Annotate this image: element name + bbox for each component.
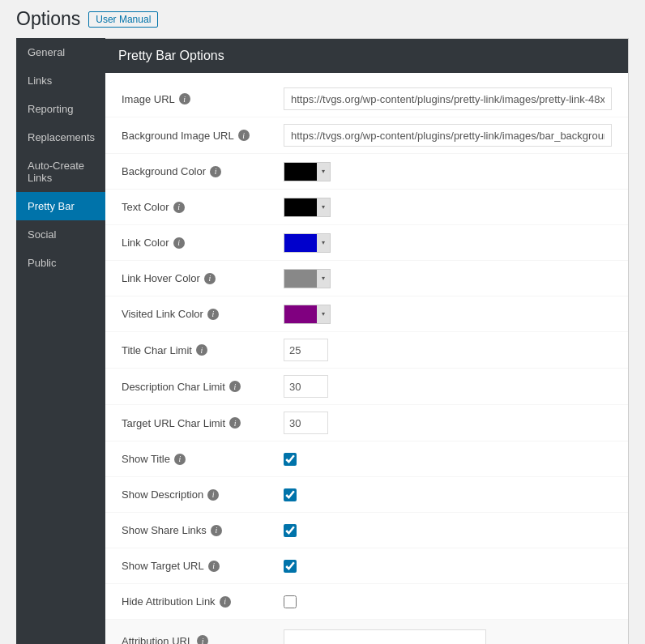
description-char-limit-input[interactable] <box>284 375 328 398</box>
description-char-limit-control <box>284 375 612 398</box>
show-target-url-row: Show Target URL i <box>105 548 628 584</box>
link-color-picker[interactable]: ▾ <box>284 233 331 253</box>
background-image-url-control <box>284 124 612 147</box>
visited-link-color-dropdown-arrow: ▾ <box>317 305 330 323</box>
show-share-links-checkbox[interactable] <box>284 524 297 537</box>
sidebar-item-social[interactable]: Social <box>16 220 105 249</box>
sidebar-item-replacements[interactable]: Replacements <box>16 123 105 151</box>
show-title-row: Show Title i <box>105 441 628 477</box>
visited-link-color-info-icon[interactable]: i <box>207 309 219 320</box>
show-target-url-info-icon[interactable]: i <box>208 561 220 572</box>
sidebar-item-pretty-bar[interactable]: Pretty Bar <box>16 192 105 220</box>
visited-link-color-control: ▾ <box>284 305 612 324</box>
attribution-url-label: Attribution URL i <box>122 635 284 645</box>
link-color-row: Link Color i ▾ <box>105 225 628 261</box>
visited-link-color-row: Visited Link Color i ▾ <box>105 296 628 332</box>
show-description-control <box>284 488 612 501</box>
description-char-limit-row: Description Char Limit i <box>105 369 628 405</box>
link-color-control: ▾ <box>284 233 612 253</box>
hide-attribution-link-row: Hide Attribution Link i <box>105 584 628 620</box>
link-hover-color-swatch <box>284 270 317 288</box>
background-image-url-row: Background Image URL i <box>105 117 628 154</box>
background-color-row: Background Color i ▾ <box>105 154 628 190</box>
sidebar-item-reporting[interactable]: Reporting <box>16 95 105 123</box>
link-color-swatch <box>284 234 317 252</box>
link-hover-color-info-icon[interactable]: i <box>204 273 216 284</box>
visited-link-color-label: Visited Link Color i <box>122 308 284 320</box>
image-url-info-icon[interactable]: i <box>179 93 190 104</box>
link-hover-color-dropdown-arrow: ▾ <box>317 270 330 288</box>
background-color-control: ▾ <box>284 162 612 181</box>
show-target-url-checkbox[interactable] <box>284 560 297 573</box>
background-color-label: Background Color i <box>122 165 284 177</box>
background-image-url-info-icon[interactable]: i <box>238 130 250 141</box>
link-color-label: Link Color i <box>122 237 284 249</box>
title-char-limit-control <box>284 339 612 361</box>
visited-link-color-swatch <box>284 305 317 323</box>
section-header: Pretty Bar Options <box>105 39 628 73</box>
show-share-links-control <box>284 524 612 537</box>
background-image-url-label: Background Image URL i <box>122 130 284 142</box>
user-manual-button[interactable]: User Manual <box>88 11 158 28</box>
title-char-limit-label: Title Char Limit i <box>122 344 284 356</box>
attribution-url-input[interactable] <box>284 629 486 644</box>
main-content: Pretty Bar Options Image URL i Backgroun… <box>105 38 629 644</box>
background-color-swatch <box>284 163 317 181</box>
show-description-row: Show Description i <box>105 477 628 513</box>
page-header: Options User Manual <box>0 0 645 38</box>
show-target-url-label: Show Target URL i <box>122 560 284 572</box>
target-url-char-limit-input[interactable] <box>284 412 328 434</box>
background-color-info-icon[interactable]: i <box>210 166 221 177</box>
form-body: Image URL i Background Image URL i <box>105 73 628 644</box>
link-color-dropdown-arrow: ▾ <box>317 234 330 252</box>
attribution-url-section: Attribution URL i <box>105 620 628 644</box>
target-url-char-limit-control <box>284 412 612 434</box>
background-image-url-input[interactable] <box>284 124 612 147</box>
sidebar-item-links[interactable]: Links <box>16 66 105 95</box>
show-title-checkbox[interactable] <box>284 453 297 466</box>
attribution-url-info-icon[interactable]: i <box>197 635 208 644</box>
link-hover-color-label: Link Hover Color i <box>122 272 284 284</box>
show-title-info-icon[interactable]: i <box>174 454 186 465</box>
visited-link-color-picker[interactable]: ▾ <box>284 305 331 324</box>
sidebar-item-general[interactable]: General <box>16 38 105 66</box>
show-share-links-label: Show Share Links i <box>122 524 284 536</box>
sidebar: General Links Reporting Replacements Aut… <box>16 38 105 644</box>
text-color-control: ▾ <box>284 198 612 217</box>
hide-attribution-link-info-icon[interactable]: i <box>220 596 231 608</box>
text-color-swatch <box>284 198 317 216</box>
link-hover-color-picker[interactable]: ▾ <box>284 269 331 288</box>
title-char-limit-input[interactable] <box>284 339 328 361</box>
link-color-info-icon[interactable]: i <box>173 237 185 249</box>
show-description-info-icon[interactable]: i <box>207 489 219 501</box>
show-share-links-info-icon[interactable]: i <box>211 525 222 536</box>
link-hover-color-row: Link Hover Color i ▾ <box>105 261 628 296</box>
link-hover-color-control: ▾ <box>284 269 612 288</box>
show-target-url-control <box>284 560 612 573</box>
description-char-limit-info-icon[interactable]: i <box>229 381 241 392</box>
sidebar-item-public[interactable]: Public <box>16 249 105 277</box>
text-color-info-icon[interactable]: i <box>173 202 185 213</box>
hide-attribution-link-control <box>284 595 612 608</box>
text-color-label: Text Color i <box>122 201 284 213</box>
image-url-input[interactable] <box>284 87 612 110</box>
background-color-dropdown-arrow: ▾ <box>317 163 330 181</box>
title-char-limit-row: Title Char Limit i <box>105 332 628 369</box>
show-title-label: Show Title i <box>122 453 284 465</box>
description-char-limit-label: Description Char Limit i <box>122 381 284 393</box>
show-share-links-row: Show Share Links i <box>105 513 628 548</box>
image-url-label: Image URL i <box>122 93 284 105</box>
target-url-char-limit-label: Target URL Char Limit i <box>122 417 284 429</box>
text-color-row: Text Color i ▾ <box>105 190 628 225</box>
background-color-picker[interactable]: ▾ <box>284 162 331 181</box>
image-url-row: Image URL i <box>105 81 628 117</box>
sidebar-item-auto-create-links[interactable]: Auto-Create Links <box>16 151 105 192</box>
title-char-limit-info-icon[interactable]: i <box>196 344 207 356</box>
hide-attribution-link-checkbox[interactable] <box>284 595 297 608</box>
target-url-char-limit-row: Target URL Char Limit i <box>105 405 628 441</box>
show-title-control <box>284 453 612 466</box>
target-url-char-limit-info-icon[interactable]: i <box>229 417 241 429</box>
show-description-checkbox[interactable] <box>284 488 297 501</box>
page-title: Options <box>16 8 80 30</box>
text-color-picker[interactable]: ▾ <box>284 198 331 217</box>
